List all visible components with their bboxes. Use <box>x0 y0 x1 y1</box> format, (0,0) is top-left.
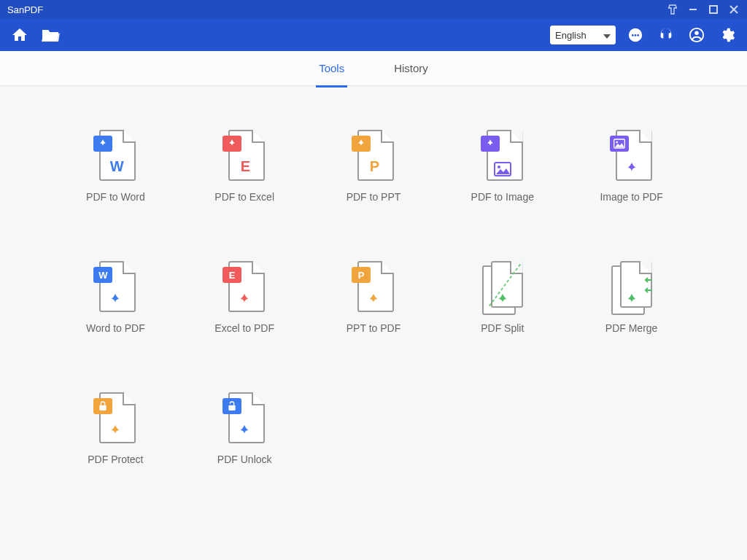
pdf-to-excel-badge-icon <box>222 136 241 152</box>
tool-pdf-to-excel[interactable]: E PDF to Excel <box>201 130 288 203</box>
tool-word-to-pdf[interactable]: W Word to PDF <box>71 261 159 334</box>
window-controls <box>664 2 743 17</box>
pdf-to-word-file-icon: W <box>95 130 136 181</box>
titlebar: SanPDF <box>0 0 747 19</box>
window-title: SanPDF <box>7 4 664 15</box>
word-to-pdf-badge-icon: W <box>93 267 112 283</box>
excel-to-pdf-file-icon: E <box>224 261 265 312</box>
pdf-merge-label: PDF Merge <box>605 322 658 334</box>
ppt-to-pdf-file-icon: P <box>353 261 394 312</box>
svg-rect-12 <box>229 405 236 411</box>
pdf-to-ppt-badge-icon <box>352 136 371 152</box>
pdf-to-ppt-format-icon: P <box>370 158 379 175</box>
excel-to-pdf-label: Excel to PDF <box>214 322 274 334</box>
pdf-to-excel-format-icon: E <box>241 158 250 175</box>
svg-rect-1 <box>710 6 717 13</box>
tab-tools-label: Tools <box>319 62 344 74</box>
image-to-pdf-file-icon <box>611 130 652 181</box>
open-folder-button[interactable] <box>39 24 61 46</box>
tool-excel-to-pdf[interactable]: E Excel to PDF <box>201 261 288 334</box>
pdf-protect-label: PDF Protect <box>88 454 143 465</box>
tool-image-to-pdf[interactable]: Image to PDF <box>588 130 676 203</box>
pdf-to-word-badge-icon <box>93 136 112 152</box>
account-icon[interactable] <box>686 24 708 46</box>
tool-pdf-merge[interactable]: PDF Merge <box>588 261 676 334</box>
tools-panel: W PDF to Word E PDF to Excel P PDF to PP… <box>0 86 747 509</box>
language-select[interactable]: English <box>550 26 616 44</box>
image-to-pdf-label: Image to PDF <box>600 191 662 203</box>
tool-pdf-to-image[interactable]: PDF to Image <box>459 130 546 203</box>
tool-ppt-to-pdf[interactable]: P PPT to PDF <box>330 261 417 334</box>
pdf-to-word-format-icon: W <box>110 158 124 175</box>
tool-pdf-protect[interactable]: PDF Protect <box>71 392 159 465</box>
close-button[interactable] <box>725 2 743 17</box>
pdf-unlock-badge-icon <box>222 398 241 414</box>
tool-pdf-to-ppt[interactable]: P PDF to PPT <box>330 130 417 203</box>
tab-history-label: History <box>394 62 428 74</box>
pdf-split-label: PDF Split <box>481 322 524 334</box>
pdf-to-word-label: PDF to Word <box>86 191 145 203</box>
svg-point-7 <box>498 166 500 168</box>
pdf-to-ppt-file-icon: P <box>353 130 394 181</box>
tab-history[interactable]: History <box>391 58 431 79</box>
pdf-to-image-badge-icon <box>481 136 500 152</box>
pdf-to-ppt-label: PDF to PPT <box>347 191 401 203</box>
maximize-button[interactable] <box>705 2 722 17</box>
ppt-to-pdf-badge-icon: P <box>352 267 371 283</box>
tool-grid: W PDF to Word E PDF to Excel P PDF to PP… <box>66 130 681 465</box>
image-to-pdf-badge-icon <box>610 136 629 152</box>
pdf-merge-file-icon <box>611 261 652 312</box>
tab-bar: Tools History <box>0 51 747 86</box>
pdf-protect-badge-icon <box>93 398 112 414</box>
tool-pdf-split[interactable]: PDF Split <box>459 261 546 334</box>
tool-pdf-to-word[interactable]: W PDF to Word <box>71 130 159 203</box>
pdf-to-image-label: PDF to Image <box>471 191 534 203</box>
minimize-button[interactable] <box>684 2 702 17</box>
pdf-to-excel-file-icon: E <box>224 130 265 181</box>
home-button[interactable] <box>9 24 31 46</box>
ppt-to-pdf-label: PPT to PDF <box>347 322 400 334</box>
merge-arrows-icon <box>643 277 654 296</box>
excel-to-pdf-badge-icon: E <box>222 267 241 283</box>
pdf-unlock-label: PDF Unlock <box>217 454 272 465</box>
language-label: English <box>555 30 587 41</box>
pdf-protect-file-icon <box>95 392 136 443</box>
settings-icon[interactable] <box>716 24 738 46</box>
svg-point-9 <box>616 141 618 144</box>
tab-tools[interactable]: Tools <box>316 58 347 79</box>
feedback-icon[interactable] <box>624 24 646 46</box>
svg-point-5 <box>694 31 699 36</box>
support-icon[interactable] <box>655 24 677 46</box>
tool-pdf-unlock[interactable]: PDF Unlock <box>201 392 288 465</box>
pdf-to-excel-label: PDF to Excel <box>214 191 274 203</box>
word-to-pdf-label: Word to PDF <box>86 322 145 334</box>
pdf-split-file-icon <box>482 261 523 312</box>
main-toolbar: English <box>0 19 747 51</box>
svg-rect-11 <box>100 405 107 411</box>
pdf-to-image-file-icon <box>482 130 523 181</box>
pdf-unlock-file-icon <box>224 392 265 443</box>
theme-icon[interactable] <box>664 2 681 17</box>
chevron-down-icon <box>603 30 611 41</box>
word-to-pdf-file-icon: W <box>95 261 136 312</box>
